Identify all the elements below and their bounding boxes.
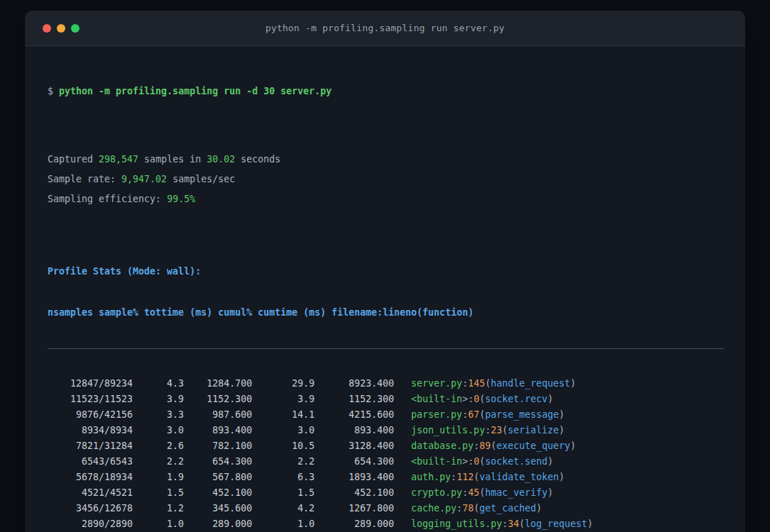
- stats-cell: 3456/12678: [48, 501, 133, 516]
- text-segment: 67: [468, 409, 479, 420]
- text-segment: parse_message: [485, 409, 559, 420]
- text-segment: ): [536, 503, 541, 514]
- stats-cell: 893.400: [314, 423, 394, 438]
- stats-cell: 2.2: [133, 454, 184, 470]
- stats-row: 3456/126781.2345.6004.21267.800cache.py:…: [48, 501, 724, 516]
- stats-cell: 9876/42156: [48, 407, 133, 423]
- text-segment: ): [559, 425, 565, 436]
- stats-cell: 4521/4521: [48, 485, 133, 501]
- stats-cell: 1.2: [133, 501, 184, 516]
- text-segment: validate_token: [479, 472, 559, 482]
- stats-cell: 1.0: [252, 516, 314, 532]
- text-segment: execute_query: [496, 440, 570, 451]
- text-segment: log_request: [524, 519, 587, 529]
- stats-cell: 1.5: [133, 485, 184, 501]
- stats-cell: 7821/31284: [48, 438, 133, 454]
- stats-row: 4521/45211.5452.1001.5452.100crypto.py:4…: [48, 485, 724, 501]
- output-line: Sampling efficiency: 99.5%: [48, 189, 724, 209]
- stats-cell: 11523/11523: [48, 392, 133, 407]
- text-segment: 89: [479, 440, 490, 451]
- stats-location-cell: cache.py:78(get_cached): [394, 501, 541, 516]
- stats-cell: 1284.700: [184, 376, 252, 392]
- stats-cell: 4.3: [133, 376, 184, 392]
- text-segment: 45: [468, 487, 479, 498]
- stats-location-cell: server.py:145(handle_request): [394, 376, 576, 392]
- profile-stats-title: Profile Stats (Mode: wall):: [48, 262, 724, 282]
- stats-cell: 452.100: [314, 485, 394, 501]
- text-segment: 145: [468, 378, 485, 389]
- text-segment: cache.py: [411, 503, 456, 514]
- stats-row: 9876/421563.3987.60014.14215.600parser.p…: [48, 407, 724, 423]
- stats-cell: 1893.400: [314, 470, 394, 485]
- text-segment: 23: [490, 425, 502, 436]
- stats-location-cell: <built-in>:0(socket.recv): [394, 392, 553, 407]
- text-segment: 30.02: [207, 154, 235, 165]
- stats-location-cell: auth.py:112(validate_token): [394, 470, 564, 485]
- stats-location-cell: database.py:89(execute_query): [394, 438, 576, 454]
- stats-location-cell: logging_utils.py:34(log_request): [394, 516, 593, 532]
- stats-cell: 14.1: [252, 407, 314, 423]
- text-segment: socket.recv: [485, 394, 547, 404]
- text-segment: crypto.py: [411, 487, 462, 498]
- text-segment: ): [588, 519, 593, 529]
- text-segment: >:: [462, 456, 473, 467]
- stats-row: 11523/115233.91152.3003.91152.300<built-…: [48, 392, 724, 407]
- text-segment: 78: [462, 503, 473, 514]
- text-segment: get_cached: [479, 503, 536, 514]
- capture-stats: Captured 298,547 samples in 30.02 second…: [48, 150, 724, 209]
- text-segment: Sampling efficiency:: [48, 194, 167, 204]
- stats-cell: 2890/2890: [48, 516, 133, 532]
- text-segment: samples in: [138, 154, 207, 165]
- text-segment: 34: [507, 519, 519, 529]
- window-title: python -m profiling.sampling run server.…: [25, 23, 745, 33]
- text-segment: ): [559, 409, 565, 420]
- stats-row: 5678/189341.9567.8006.31893.400auth.py:1…: [48, 470, 724, 485]
- stats-table: 12847/892344.31284.70029.98923.400server…: [48, 376, 724, 532]
- stats-table-header: nsamples sample% tottime (ms) cumul% cum…: [48, 303, 724, 323]
- text-segment: handle_request: [490, 378, 570, 389]
- text-segment: ): [559, 472, 565, 482]
- stats-cell: 654.300: [184, 454, 252, 470]
- text-segment: Sample rate:: [48, 174, 121, 184]
- stats-cell: 6.3: [252, 470, 314, 485]
- text-segment: <built-in: [411, 456, 462, 467]
- stats-cell: 1.5: [252, 485, 314, 501]
- text-segment: server.py: [411, 378, 462, 389]
- text-segment: ): [571, 440, 576, 451]
- stats-cell: 987.600: [184, 407, 252, 423]
- text-segment: <built-in: [411, 394, 462, 404]
- stats-cell: 452.100: [184, 485, 252, 501]
- stats-row: 8934/89343.0893.4003.0893.400json_utils.…: [48, 423, 724, 438]
- text-segment: ): [547, 394, 553, 404]
- text-segment: serialize: [507, 425, 559, 436]
- text-segment: ): [547, 487, 553, 498]
- stats-cell: 3128.400: [314, 438, 394, 454]
- command-text: python -m profiling.sampling run -d 30 s…: [59, 86, 331, 96]
- stats-cell: 5678/18934: [48, 470, 133, 485]
- text-segment: seconds: [235, 154, 280, 165]
- stats-cell: 1.9: [133, 470, 184, 485]
- text-segment: samples/sec: [167, 174, 235, 184]
- text-segment: 99.5%: [167, 194, 195, 204]
- stats-cell: 4.2: [252, 501, 314, 516]
- terminal-output[interactable]: $ python -m profiling.sampling run -d 30…: [25, 46, 745, 532]
- stats-cell: 6543/6543: [48, 454, 133, 470]
- stats-cell: 1152.300: [184, 392, 252, 407]
- stats-cell: 4215.600: [314, 407, 394, 423]
- stats-cell: 3.9: [133, 392, 184, 407]
- stats-cell: 654.300: [314, 454, 394, 470]
- prompt-symbol: $: [48, 86, 59, 96]
- stats-location-cell: <built-in>:0(socket.send): [394, 454, 553, 470]
- stats-row: 6543/65432.2654.3002.2654.300<built-in>:…: [48, 454, 724, 470]
- stats-row: 12847/892344.31284.70029.98923.400server…: [48, 376, 724, 392]
- text-segment: logging_utils.py: [411, 519, 502, 529]
- text-segment: 298,547: [99, 154, 138, 165]
- stats-cell: 8923.400: [314, 376, 394, 392]
- stats-cell: 1267.800: [314, 501, 394, 516]
- stats-cell: 3.0: [252, 423, 314, 438]
- output-line: Sample rate: 9,947.02 samples/sec: [48, 170, 724, 189]
- text-segment: 112: [456, 472, 473, 482]
- terminal-window: python -m profiling.sampling run server.…: [25, 11, 745, 532]
- stats-cell: 2.6: [133, 438, 184, 454]
- text-segment: hmac_verify: [485, 487, 547, 498]
